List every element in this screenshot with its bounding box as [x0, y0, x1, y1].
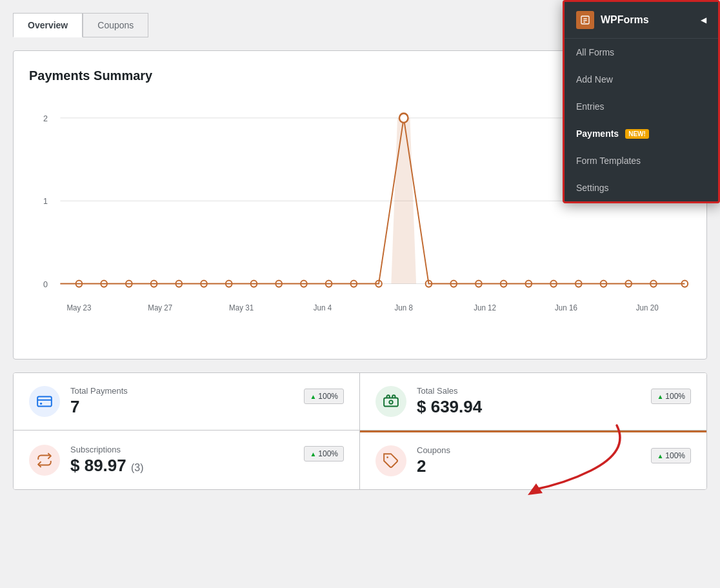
dropdown-title: WPForms: [601, 14, 649, 26]
tab-coupons[interactable]: Coupons: [83, 13, 148, 37]
svg-text:1: 1: [43, 196, 48, 206]
dropdown-menu: WPForms ◀ All Forms Add New Entries Paym…: [563, 0, 720, 203]
total-payments-badge-text: 100%: [318, 392, 338, 401]
total-sales-info: Total Sales $ 639.94: [417, 386, 641, 417]
dropdown-item-add-new[interactable]: Add New: [565, 66, 718, 93]
dropdown-item-all-forms[interactable]: All Forms: [565, 39, 718, 66]
subscriptions-value: $ 89.97 (3): [70, 456, 294, 476]
svg-text:May 31: May 31: [229, 303, 254, 312]
coupons-badge: ▲ 100%: [651, 448, 691, 463]
up-arrow-icon-coupon: ▲: [657, 452, 663, 460]
svg-text:Jun 20: Jun 20: [636, 303, 659, 312]
svg-text:May 27: May 27: [148, 303, 172, 312]
total-sales-badge: ▲ 100%: [651, 389, 691, 404]
up-arrow-icon-sales: ▲: [657, 393, 663, 400]
stat-card-total-payments: Total Payments 7 ▲ 100%: [14, 373, 360, 431]
dropdown-item-form-templates[interactable]: Form Templates: [565, 147, 718, 174]
subscriptions-badge: ▲ 100%: [304, 446, 344, 461]
coupons-value: 2: [417, 456, 641, 476]
up-arrow-icon-sub: ▲: [310, 451, 316, 458]
svg-point-28: [399, 114, 408, 123]
stat-card-total-sales: Total Sales $ 639.94 ▲ 100%: [360, 373, 706, 431]
summary-title: Payments Summary: [29, 68, 152, 83]
tab-overview[interactable]: Overview: [13, 13, 83, 37]
total-payments-badge: ▲ 100%: [304, 389, 344, 404]
total-sales-badge-text: 100%: [665, 392, 685, 401]
svg-text:2: 2: [43, 114, 48, 123]
stats-grid: Total Payments 7 ▲ 100%: [13, 372, 707, 490]
subscriptions-info: Subscriptions $ 89.97 (3): [70, 445, 294, 476]
total-sales-value: $ 639.94: [417, 397, 641, 417]
total-payments-label: Total Payments: [70, 386, 294, 396]
coupons-badge-text: 100%: [665, 451, 685, 460]
svg-text:May 23: May 23: [66, 303, 91, 312]
stat-card-coupons: Coupons 2 ▲ 100%: [360, 431, 706, 489]
total-sales-label: Total Sales: [417, 386, 641, 396]
dropdown-item-settings[interactable]: Settings: [565, 174, 718, 201]
subscriptions-label: Subscriptions: [70, 445, 294, 454]
svg-rect-40: [37, 396, 52, 406]
svg-text:Jun 16: Jun 16: [555, 303, 577, 312]
total-payments-icon: [29, 386, 60, 417]
up-arrow-icon: ▲: [310, 393, 316, 400]
svg-rect-42: [384, 398, 398, 407]
stat-card-subscriptions: Subscriptions $ 89.97 (3) ▲ 100%: [14, 431, 360, 489]
subscriptions-sub: (3): [131, 462, 144, 473]
svg-text:Jun 12: Jun 12: [474, 303, 496, 312]
svg-marker-14: [391, 118, 416, 284]
coupons-label: Coupons: [417, 445, 641, 455]
wpforms-icon: [576, 11, 594, 29]
new-badge: NEW!: [625, 129, 649, 139]
subscriptions-badge-text: 100%: [318, 449, 338, 458]
svg-text:Jun 8: Jun 8: [395, 303, 414, 312]
svg-point-41: [40, 403, 42, 405]
total-sales-icon: [375, 386, 406, 417]
subscriptions-icon: [29, 445, 60, 476]
svg-text:0: 0: [43, 279, 48, 289]
dropdown-item-payments[interactable]: Payments NEW!: [565, 120, 718, 147]
total-payments-info: Total Payments 7: [70, 386, 294, 417]
dropdown-header: WPForms ◀: [565, 2, 718, 39]
svg-point-43: [389, 400, 392, 403]
coupons-info: Coupons 2: [417, 445, 641, 476]
coupons-icon: [375, 445, 406, 476]
svg-text:Jun 4: Jun 4: [314, 303, 332, 312]
total-payments-value: 7: [70, 397, 294, 417]
dropdown-chevron-icon: ◀: [701, 15, 706, 25]
dropdown-item-entries[interactable]: Entries: [565, 93, 718, 120]
